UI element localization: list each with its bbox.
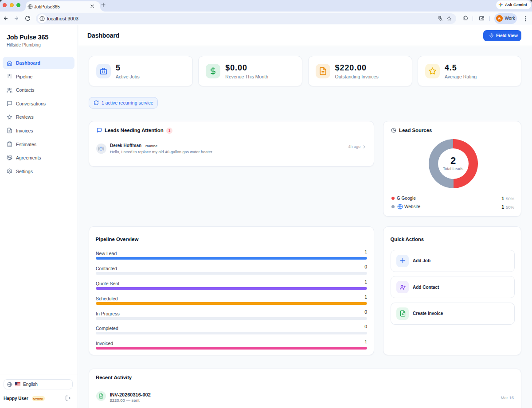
- svg-text:E: E: [100, 147, 102, 150]
